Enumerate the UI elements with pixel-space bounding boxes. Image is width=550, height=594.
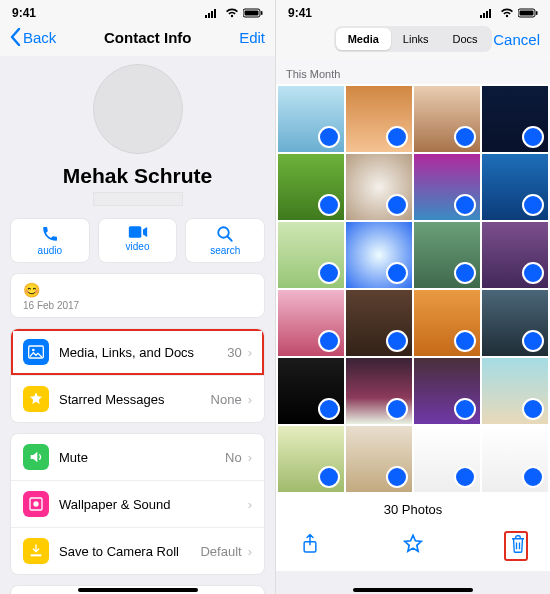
- contact-header: Mehak Schrute: [0, 56, 275, 218]
- segmented-control: Media Links Docs: [334, 26, 492, 52]
- delete-button[interactable]: [504, 531, 528, 561]
- svg-rect-24: [536, 11, 538, 15]
- cancel-button[interactable]: Cancel: [493, 31, 540, 48]
- media-thumb[interactable]: [414, 426, 480, 492]
- media-thumb[interactable]: [482, 86, 548, 152]
- star-outline-icon: [402, 533, 424, 555]
- bottom-toolbar: [276, 523, 550, 571]
- media-thumb[interactable]: [278, 86, 344, 152]
- media-gallery-screen: 9:41 Media Links Docs Cancel This Month: [275, 0, 550, 594]
- signal-icon: [205, 8, 221, 18]
- media-thumb[interactable]: [346, 426, 412, 492]
- speaker-icon: [23, 444, 49, 470]
- signal-icon: [480, 8, 496, 18]
- media-thumb[interactable]: [346, 86, 412, 152]
- video-label: video: [126, 241, 150, 252]
- status-card[interactable]: 😊 16 Feb 2017: [10, 273, 265, 318]
- media-thumb[interactable]: [278, 154, 344, 220]
- status-emoji: 😊: [23, 282, 252, 298]
- media-thumb[interactable]: [414, 86, 480, 152]
- save-camera-roll-row[interactable]: Save to Camera Roll Default ›: [11, 527, 264, 574]
- home-indicator[interactable]: [78, 588, 198, 592]
- phone-icon: [41, 225, 59, 243]
- row-label: Wallpaper & Sound: [59, 497, 248, 512]
- media-thumb[interactable]: [278, 358, 344, 424]
- nav-bar: Back Contact Info Edit: [0, 22, 275, 56]
- media-thumb[interactable]: [278, 426, 344, 492]
- search-label: search: [210, 245, 240, 256]
- star-button[interactable]: [401, 533, 425, 559]
- tab-media[interactable]: Media: [336, 28, 391, 50]
- photo-count-label: 30 Photos: [276, 494, 550, 523]
- status-icons: [205, 8, 263, 18]
- home-indicator[interactable]: [353, 588, 473, 592]
- starred-messages-row[interactable]: Starred Messages None ›: [11, 375, 264, 422]
- audio-label: audio: [38, 245, 62, 256]
- battery-icon: [518, 8, 538, 18]
- edit-button[interactable]: Edit: [239, 29, 265, 46]
- media-thumb[interactable]: [482, 426, 548, 492]
- chevron-right-icon: ›: [248, 497, 252, 512]
- video-call-button[interactable]: video: [98, 218, 178, 263]
- media-thumb[interactable]: [482, 358, 548, 424]
- contact-name: Mehak Schrute: [10, 164, 265, 188]
- media-thumb[interactable]: [414, 290, 480, 356]
- audio-call-button[interactable]: audio: [10, 218, 90, 263]
- content-area: Mehak Schrute audio video search 😊 16 Fe…: [0, 56, 275, 594]
- media-thumb[interactable]: [482, 154, 548, 220]
- share-button[interactable]: [298, 533, 322, 559]
- media-thumb[interactable]: [278, 222, 344, 288]
- row-value: No: [225, 450, 242, 465]
- svg-rect-2: [211, 11, 213, 18]
- nav-bar: Media Links Docs Cancel: [276, 22, 550, 60]
- tab-links[interactable]: Links: [391, 28, 441, 50]
- media-group: Media, Links, and Docs 30 › Starred Mess…: [10, 328, 265, 423]
- media-thumb[interactable]: [346, 222, 412, 288]
- chevron-left-icon: [10, 28, 21, 46]
- search-button[interactable]: search: [185, 218, 265, 263]
- svg-rect-0: [205, 15, 207, 18]
- media-thumb[interactable]: [482, 290, 548, 356]
- status-date: 16 Feb 2017: [23, 300, 252, 311]
- svg-rect-19: [483, 13, 485, 18]
- media-thumb[interactable]: [346, 290, 412, 356]
- section-header: This Month: [276, 60, 550, 84]
- svg-rect-5: [245, 11, 259, 16]
- media-grid: [276, 84, 550, 494]
- chevron-right-icon: ›: [248, 450, 252, 465]
- svg-rect-21: [489, 9, 491, 18]
- status-icons: [480, 8, 538, 18]
- status-time: 9:41: [12, 6, 36, 20]
- download-icon: [23, 538, 49, 564]
- media-thumb[interactable]: [346, 358, 412, 424]
- svg-point-13: [33, 501, 38, 506]
- media-thumb[interactable]: [414, 222, 480, 288]
- media-links-docs-row[interactable]: Media, Links, and Docs 30 ›: [11, 329, 264, 375]
- mute-row[interactable]: Mute No ›: [11, 434, 264, 480]
- svg-rect-1: [208, 13, 210, 18]
- settings-group: Mute No › Wallpaper & Sound › Save to Ca…: [10, 433, 265, 575]
- contact-phone-redacted: [93, 192, 183, 206]
- video-icon: [128, 225, 148, 239]
- svg-rect-23: [520, 11, 534, 16]
- row-value: 30: [227, 345, 241, 360]
- back-button[interactable]: Back: [10, 28, 56, 46]
- search-icon: [216, 225, 234, 243]
- trash-icon: [509, 534, 527, 554]
- media-thumb[interactable]: [346, 154, 412, 220]
- contact-info-screen: 9:41 Back Contact Info Edit Mehak Schrut…: [0, 0, 275, 594]
- svg-rect-20: [486, 11, 488, 18]
- row-value: None: [211, 392, 242, 407]
- media-thumb[interactable]: [278, 290, 344, 356]
- row-label: Save to Camera Roll: [59, 544, 200, 559]
- media-thumb[interactable]: [414, 358, 480, 424]
- wallpaper-row[interactable]: Wallpaper & Sound ›: [11, 480, 264, 527]
- avatar[interactable]: [93, 64, 183, 154]
- contact-actions: audio video search: [0, 218, 275, 273]
- star-icon: [23, 386, 49, 412]
- media-thumb[interactable]: [414, 154, 480, 220]
- tab-docs[interactable]: Docs: [441, 28, 490, 50]
- media-thumb[interactable]: [482, 222, 548, 288]
- row-label: Media, Links, and Docs: [59, 345, 227, 360]
- svg-point-11: [32, 349, 35, 352]
